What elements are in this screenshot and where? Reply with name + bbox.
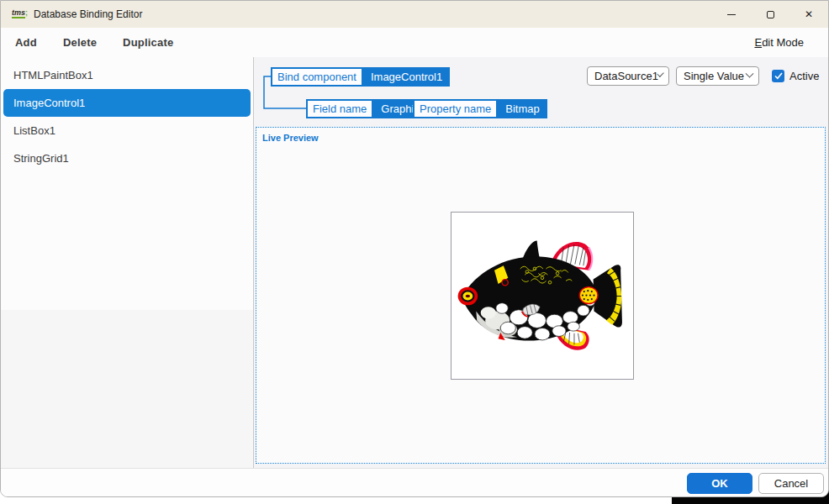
database-binding-editor-window: tms; Database Binding Editor ✕ Add Delet… <box>0 0 829 497</box>
cancel-button[interactable]: Cancel <box>758 473 824 494</box>
binding-editor-panel: Bind componentImageControl1 Field nameGr… <box>254 57 829 468</box>
bind-component-value[interactable]: ImageControl1 <box>363 67 450 87</box>
edit-mode-button[interactable]: Edit Mode <box>754 36 804 49</box>
title-bar: tms; Database Binding Editor ✕ <box>1 1 828 28</box>
binding-mode-dropdown[interactable]: Single Value <box>676 66 759 86</box>
bind-component-tag: Bind componentImageControl1 <box>271 67 450 87</box>
list-item-imagecontrol1-selected[interactable]: ImageControl1 <box>3 89 251 117</box>
maximize-icon <box>767 11 774 18</box>
active-checkbox[interactable] <box>772 70 784 82</box>
window-title: Database Binding Editor <box>34 8 142 20</box>
list-item-stringgrid1[interactable]: StringGrid1 <box>3 144 251 172</box>
tms-logo-icon: tms; <box>12 8 26 21</box>
close-icon: ✕ <box>805 8 813 20</box>
toolbar: Add Delete Duplicate Edit Mode <box>1 28 828 57</box>
active-checkbox-label: Active <box>789 70 819 82</box>
bind-component-label: Bind component <box>271 67 363 87</box>
property-name-tag: Property nameBitmap <box>413 99 547 118</box>
add-button[interactable]: Add <box>15 36 37 49</box>
minimize-icon <box>727 14 736 15</box>
dialog-footer: OK Cancel <box>1 468 828 497</box>
list-item-listbox1[interactable]: ListBox1 <box>3 117 251 144</box>
binding-mode-value: Single Value <box>684 70 744 82</box>
chevron-down-icon <box>746 70 754 78</box>
live-preview-area: Live Preview <box>256 127 826 464</box>
field-name-tag: Field nameGraphic <box>306 99 427 118</box>
component-list-panel: HTMLPaintBox1 ImageControl1 ListBox1 Str… <box>1 57 254 468</box>
checkmark-icon <box>774 72 783 80</box>
duplicate-button[interactable]: Duplicate <box>123 36 173 49</box>
minimize-button[interactable] <box>712 1 751 28</box>
field-name-label: Field name <box>306 99 373 118</box>
component-list: HTMLPaintBox1 ImageControl1 ListBox1 Str… <box>1 57 253 310</box>
clown-triggerfish-image <box>455 235 630 357</box>
property-name-value[interactable]: Bitmap <box>498 99 547 118</box>
property-name-label: Property name <box>413 99 498 118</box>
maximize-button[interactable] <box>751 1 789 28</box>
live-preview-label: Live Preview <box>262 133 319 143</box>
window-controls: ✕ <box>712 1 828 28</box>
list-item-htmlpaintbox1[interactable]: HTMLPaintBox1 <box>3 61 251 89</box>
close-button[interactable]: ✕ <box>789 1 828 28</box>
delete-button[interactable]: Delete <box>63 36 97 49</box>
datasource-dropdown[interactable]: DataSource1 <box>587 66 669 86</box>
preview-image-frame <box>451 212 634 380</box>
datasource-value: DataSource1 <box>594 70 658 82</box>
ok-button[interactable]: OK <box>687 473 752 494</box>
desktop-background: tms; Database Binding Editor ✕ Add Delet… <box>0 0 829 504</box>
